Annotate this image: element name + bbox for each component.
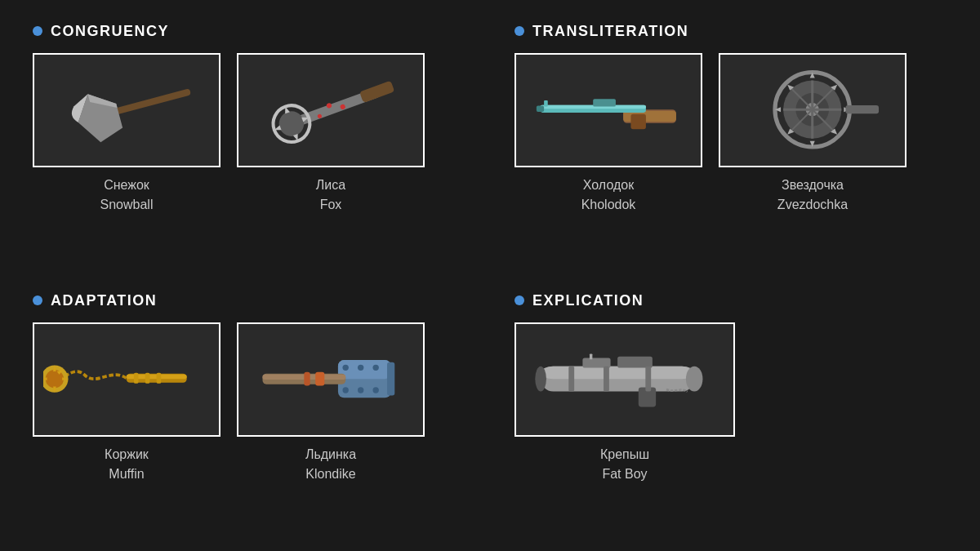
svg-rect-38 [846,105,880,113]
svg-point-67 [536,367,547,392]
svg-point-58 [343,365,349,371]
zvezdochka-image-box [719,53,906,167]
item-muffin: Коржик Muffin [33,322,220,484]
muffin-labels: Коржик Muffin [105,445,149,484]
fox-english: Fox [316,195,345,215]
svg-point-59 [358,365,363,371]
fat-boy-image-box [514,322,735,437]
svg-rect-71 [569,367,575,392]
adaptation-items: Коржик Muffin [33,322,466,484]
svg-rect-18 [594,100,617,107]
section-congruency-header: CONGRUENCY [33,23,466,40]
svg-rect-21 [537,106,544,112]
svg-rect-20 [544,100,548,106]
section-adaptation-header: ADAPTATION [33,292,466,309]
congruency-items: Снежок Snowball [33,53,466,215]
svg-rect-54 [263,375,346,380]
item-fat-boy: Крепыш Fat Boy [514,322,735,484]
svg-point-63 [373,388,379,393]
transliteration-dot [514,26,524,36]
svg-point-60 [373,365,379,371]
svg-rect-43 [157,373,162,384]
section-congruency: CONGRUENCY [16,15,482,268]
svg-rect-56 [305,372,310,386]
item-snowball: Снежок Snowball [33,53,220,215]
klondike-english: Klondike [305,464,356,484]
section-transliteration: TRANSLITERATION [498,15,964,268]
svg-rect-65 [541,367,694,379]
explication-items: Крепыш Fat Boy [514,322,947,484]
muffin-image-box [33,322,220,437]
section-transliteration-header: TRANSLITERATION [514,23,947,40]
kholodok-labels: Холодок Kholodok [581,176,636,215]
transliteration-items: Холодок Kholodok [514,53,947,215]
item-zvezdochka: Звездочка Zvezdochka [719,53,906,215]
kholodok-weapon-svg [525,60,691,159]
zvezdochka-labels: Звездочка Zvezdochka [777,176,848,215]
fox-weapon-svg [247,60,413,159]
kholodok-english: Kholodok [581,195,636,215]
muffin-russian: Коржик [105,445,149,464]
klondike-labels: Льдинка Klondike [305,445,356,484]
adaptation-title: ADAPTATION [51,292,157,309]
svg-point-62 [358,388,363,393]
congruency-dot [33,26,42,36]
svg-point-5 [276,108,308,140]
svg-point-61 [343,388,349,393]
fox-image-box [237,53,425,167]
explication-title: EXPLICATION [532,292,644,309]
muffin-weapon-svg [43,329,209,429]
fat-boy-weapon-svg [527,329,722,429]
kholodok-image-box [514,53,702,167]
svg-rect-55 [316,372,325,386]
section-adaptation: ADAPTATION [16,284,482,537]
item-klondike: Льдинка Klondike [237,322,425,484]
section-explication-header: EXPLICATION [514,292,947,309]
zvezdochka-english: Zvezdochka [777,195,848,215]
svg-rect-68 [583,358,611,368]
fat-boy-english: Fat Boy [600,464,649,484]
klondike-image-box [237,322,425,437]
snowball-russian: Снежок [100,176,154,195]
snowball-image-box [33,53,220,167]
svg-rect-69 [617,357,653,368]
fox-russian: Лиса [316,176,345,195]
svg-rect-10 [359,81,394,103]
snowball-labels: Снежок Snowball [100,176,154,215]
svg-rect-73 [646,367,652,392]
snowball-weapon-svg [43,60,209,159]
svg-rect-72 [604,367,609,392]
item-fox: Лиса Fox [237,53,425,215]
muffin-english: Muffin [105,464,149,484]
zvezdochka-weapon-svg [729,60,895,159]
svg-point-66 [686,367,703,392]
zvezdochka-russian: Звездочка [777,176,848,195]
fox-labels: Лиса Fox [316,176,345,215]
klondike-russian: Льдинка [305,445,356,464]
svg-rect-42 [145,373,150,384]
transliteration-title: TRANSLITERATION [532,23,688,40]
klondike-weapon-svg [247,329,413,429]
svg-rect-41 [134,373,139,384]
svg-rect-57 [387,362,394,396]
svg-rect-0 [109,89,191,117]
main-container: CONGRUENCY [16,15,964,537]
adaptation-dot [33,295,42,305]
congruency-title: CONGRUENCY [51,23,169,40]
svg-rect-74 [590,354,592,360]
svg-point-45 [46,370,64,388]
section-explication: EXPLICATION [498,284,964,537]
svg-rect-17 [541,105,646,109]
fat-boy-labels: Крепыш Fat Boy [600,445,649,484]
svg-rect-19 [631,114,646,129]
explication-dot [514,295,524,305]
kholodok-russian: Холодок [581,176,636,195]
snowball-english: Snowball [100,195,154,215]
fat-boy-russian: Крепыш [600,445,649,464]
item-kholodok: Холодок Kholodok [514,53,702,215]
